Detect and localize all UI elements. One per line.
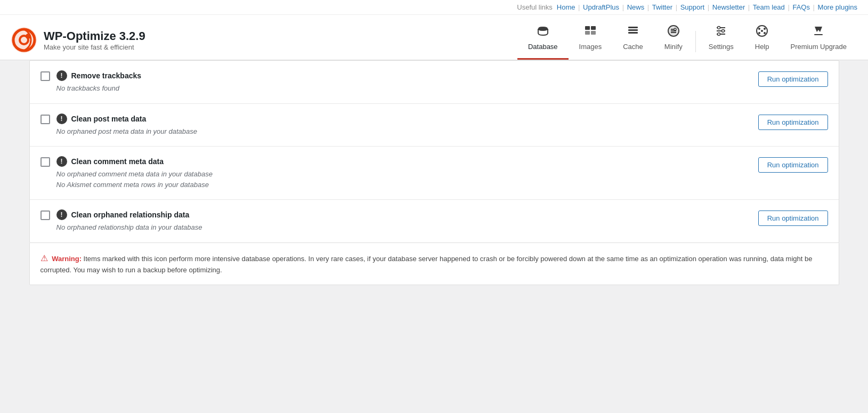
tab-premium[interactable]: Premium Upgrade [780,20,858,60]
nav-tabs: Database Images [517,20,857,60]
link-more-plugins[interactable]: More plugins [818,3,857,11]
link-newsletter[interactable]: Newsletter [712,3,745,11]
tab-help-label: Help [755,43,769,51]
svg-point-24 [758,28,760,30]
link-teamlead[interactable]: Team lead [753,3,785,11]
svg-rect-7 [591,31,596,35]
run-btn-comment-meta[interactable]: Run optimization [758,157,828,173]
svg-point-27 [758,32,760,34]
svg-point-26 [761,30,763,32]
opt-desc-post-meta: No orphaned post meta data in your datab… [56,126,748,137]
opt-info-post-meta: ! Clean post meta data No orphaned post … [56,114,748,137]
link-updraftplus[interactable]: UpdraftPlus [583,3,619,11]
run-btn-trackbacks[interactable]: Run optimization [758,71,828,87]
opt-desc2-comment-meta: No Akismet comment meta rows in your dat… [56,180,748,190]
tab-settings[interactable]: Settings [698,20,744,60]
svg-point-22 [718,33,720,36]
brand-logo [11,27,37,53]
svg-rect-8 [628,27,638,28]
opt-desc-orphaned: No orphaned relationship data in your da… [56,222,748,233]
main-content: ! Remove trackbacks No trackbacks found … [19,60,850,296]
warning-label: Warning: [52,255,82,263]
run-btn-post-meta[interactable]: Run optimization [758,115,828,130]
opt-title-post-meta: ! Clean post meta data [56,114,748,124]
svg-point-21 [722,30,725,33]
opt-info-trackbacks: ! Remove trackbacks No trackbacks found [56,70,748,94]
checkbox-orphaned[interactable] [40,210,50,220]
warning-text: Items marked with this icon perform more… [40,255,813,274]
cache-icon [627,25,639,41]
svg-rect-9 [628,29,638,31]
svg-point-16 [674,28,676,30]
link-twitter[interactable]: Twitter [652,3,672,11]
useful-links-bar: Useful links Home | UpdraftPlus | News |… [0,0,868,15]
opt-title-orphaned: ! Clean orphaned relationship data [56,209,748,220]
tab-settings-label: Settings [709,43,734,51]
svg-point-0 [11,27,37,53]
tab-database[interactable]: Database [517,20,569,60]
opt-title-trackbacks: ! Remove trackbacks [56,70,748,81]
warning-icon-red: ⚠ [40,254,48,263]
opt-left-orphaned: ! Clean orphaned relationship data No or… [40,209,748,233]
sep1: | [576,3,582,11]
checkbox-trackbacks[interactable] [40,71,50,81]
run-btn-orphaned[interactable]: Run optimization [758,210,828,226]
useful-links-list: Home | UpdraftPlus | News | Twitter | Su… [557,3,857,11]
brand-tagline: Make your site fast & efficient [44,43,145,51]
opt-info-comment-meta: ! Clean comment meta data No orphaned co… [56,156,748,190]
svg-point-3 [26,34,31,39]
checkbox-post-meta[interactable] [40,115,50,124]
opt-row-post-meta: ! Clean post meta data No orphaned post … [30,104,839,147]
tab-minify-label: Minify [664,43,683,51]
database-icon [537,25,549,41]
svg-point-28 [764,32,766,34]
tab-help[interactable]: Help [744,20,780,60]
opt-desc-trackbacks: No trackbacks found [56,83,748,94]
opt-row-orphaned: ! Clean orphaned relationship data No or… [30,200,839,242]
svg-rect-29 [814,34,823,35]
svg-point-20 [718,27,720,29]
link-support[interactable]: Support [680,3,705,11]
useful-links-label: Useful links [517,3,552,11]
opt-left-post-meta: ! Clean post meta data No orphaned post … [40,114,748,137]
tab-minify[interactable]: Minify [654,20,693,60]
warn-icon-trackbacks: ! [56,70,67,81]
brand-name: WP-Optimize 3.2.9 [44,29,145,43]
brand: WP-Optimize 3.2.9 Make your site fast & … [11,27,145,53]
link-home[interactable]: Home [557,3,575,11]
help-icon [756,25,768,41]
warn-icon-comment-meta: ! [56,156,67,167]
opt-info-orphaned: ! Clean orphaned relationship data No or… [56,209,748,233]
svg-rect-4 [585,26,590,30]
opt-row-comment-meta: ! Clean comment meta data No orphaned co… [30,147,839,200]
top-bar: Useful links Home | UpdraftPlus | News |… [0,0,868,60]
opt-left-trackbacks: ! Remove trackbacks No trackbacks found [40,70,748,94]
warning-section: ⚠ Warning: Items marked with this icon p… [29,243,839,285]
tab-images-label: Images [579,43,602,51]
brand-nav: WP-Optimize 3.2.9 Make your site fast & … [0,15,868,60]
opt-desc1-comment-meta: No orphaned comment meta data in your da… [56,169,748,180]
tab-premium-label: Premium Upgrade [791,43,847,51]
minify-icon [667,25,680,41]
tab-images[interactable]: Images [569,20,613,60]
optimization-list: ! Remove trackbacks No trackbacks found … [29,60,839,243]
warn-icon-post-meta: ! [56,114,67,124]
svg-rect-10 [628,32,638,34]
tab-database-label: Database [528,43,558,51]
tab-cache-label: Cache [623,43,643,51]
opt-row-trackbacks: ! Remove trackbacks No trackbacks found … [30,61,839,104]
opt-left-comment-meta: ! Clean comment meta data No orphaned co… [40,156,748,190]
brand-text: WP-Optimize 3.2.9 Make your site fast & … [44,29,145,51]
checkbox-comment-meta[interactable] [40,157,50,167]
link-faqs[interactable]: FAQs [792,3,810,11]
opt-title-comment-meta: ! Clean comment meta data [56,156,748,167]
link-news[interactable]: News [627,3,645,11]
svg-rect-6 [585,31,590,35]
images-icon [584,25,597,41]
svg-point-25 [764,28,766,30]
premium-icon [812,25,825,41]
settings-icon [715,25,727,41]
svg-rect-5 [591,26,596,30]
tab-cache[interactable]: Cache [612,20,654,60]
warn-icon-orphaned: ! [56,209,67,220]
